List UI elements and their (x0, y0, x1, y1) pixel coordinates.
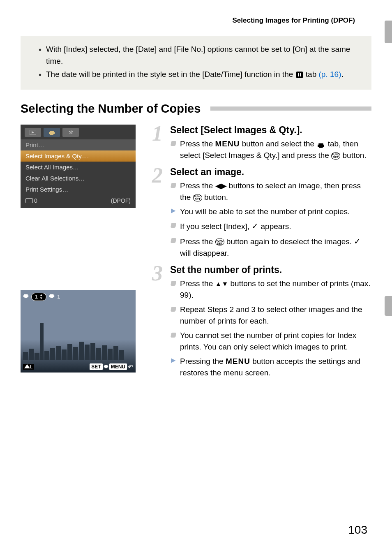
bullet-item: You will be able to set the number of pr… (170, 206, 371, 218)
note-item: With [Index] selected, the [Date] and [F… (39, 44, 363, 67)
func-set-button-icon: FUNCSET (331, 152, 340, 160)
svg-marker-5 (24, 364, 30, 368)
copy-count-badge: 1 ▲▼ (31, 293, 46, 301)
print-tab-icon (44, 128, 60, 137)
page-ref-link[interactable]: (p. 16) (319, 70, 341, 79)
note-list: With [Index] selected, the [Date] and [F… (39, 44, 363, 82)
bullet-item: Pressing the MENU button accepts the set… (170, 356, 371, 379)
city-skyline (21, 336, 136, 360)
func-set-button-icon: FUNCSET (215, 238, 224, 245)
menu-items: Print… Select Images & Qty.… Select All … (21, 139, 136, 195)
print-small-icon (104, 363, 108, 370)
camera-menu-screenshot: ⚒ Print… Select Images & Qty.… Select Al… (21, 125, 136, 208)
page-content: Selecting Images for Printing (DPOF) Wit… (0, 0, 392, 392)
up-down-icon: ▲▼ (39, 294, 43, 300)
bullet-item: Press the MENU button and select the tab… (170, 138, 371, 162)
left-column: ⚒ Print… Select Images & Qty.… Select Al… (21, 125, 140, 373)
badge-count: 1 (35, 294, 38, 300)
page-edge-tab-side (385, 296, 392, 316)
bullet-text: You will be able to set the number of pr… (180, 207, 350, 216)
size-indicator-icon: L (23, 364, 34, 370)
bullet-text: Press the (180, 279, 215, 288)
preview-bottom-overlay: L SET MENU ↶ (21, 363, 136, 371)
footer-right-label: (DPOF) (111, 197, 131, 204)
step-number: 3 (152, 264, 167, 282)
sd-card-icon: 0 (25, 197, 37, 204)
camera-preview-screenshot: 1 ▲▼ 1 (21, 290, 136, 373)
playback-tab-icon (25, 128, 41, 137)
svg-marker-4 (32, 131, 34, 134)
note-box: With [Index] selected, the [Date] and [F… (21, 36, 371, 90)
step-title: Select [Select Images & Qty.]. (170, 125, 371, 136)
bullet-item: Press the FUNCSET button again to desele… (170, 235, 371, 259)
bullet-text: If you select [Index], (180, 222, 251, 231)
bullet-text: button. (202, 193, 228, 201)
bullet-text: button again to deselect the images. (224, 237, 354, 246)
checkmark-icon: ✓ (251, 222, 258, 231)
bullet-text: You cannot set the number of print copie… (180, 331, 356, 352)
setup-tab-icon: ⚒ (62, 128, 79, 137)
section-heading-text: Selecting the Number of Copies (21, 102, 201, 116)
menu-item: Select All Images… (21, 162, 136, 173)
bullet-text: button and select the (240, 139, 317, 148)
step-1: 1 Select [Select Images & Qty.]. Press t… (152, 125, 371, 164)
step-bullets: Press the ▲▼ buttons to set the number o… (170, 278, 371, 379)
bullet-item: Press the ▲▼ buttons to set the number o… (170, 278, 371, 301)
menu-item: Print… (21, 139, 136, 150)
print-order-icon (23, 293, 29, 300)
print-tab-icon (317, 141, 325, 147)
step-3: 3 Set the number of prints. Press the ▲▼… (152, 264, 371, 382)
bullet-text: Repeat Steps 2 and 3 to select other ima… (180, 305, 362, 326)
top-right-count: 1 (57, 294, 60, 300)
menu-item: Clear All Selections… (21, 173, 136, 184)
bullet-item: Repeat Steps 2 and 3 to select other ima… (170, 304, 371, 327)
menu-item-selected: Select Images & Qty.… (21, 150, 136, 162)
bullet-text: Press the (180, 181, 215, 190)
left-right-arrows-icon: ◀▶ (215, 182, 227, 190)
step-bullets: Press the MENU button and select the tab… (170, 138, 371, 162)
print-mark-icon (49, 293, 55, 300)
tools-tab-icon (296, 72, 303, 78)
bullet-text: will disappear. (180, 249, 229, 257)
menu-tabs: ⚒ (21, 128, 136, 139)
bullet-text: Pressing the (180, 357, 226, 366)
step-title: Select an image. (170, 167, 371, 178)
step-2: 2 Select an image. Press the ◀▶ buttons … (152, 167, 371, 262)
page-number: 103 (348, 523, 367, 537)
checkmark-icon: ✓ (354, 237, 361, 246)
up-down-arrows-icon: ▲▼ (215, 280, 228, 287)
bottom-right-buttons: SET MENU ↶ (90, 363, 133, 371)
menu-button-word: MENU (215, 139, 240, 148)
bullet-text: appears. (258, 222, 291, 231)
bullet-item: If you select [Index], ✓ appears. (170, 220, 371, 233)
page-edge-tab-top (385, 21, 392, 43)
preview-top-overlay: 1 ▲▼ 1 (23, 293, 60, 301)
menu-item: Print Settings… (21, 184, 136, 195)
bullet-text: Press the (180, 237, 215, 246)
running-header: Selecting Images for Printing (DPOF) (21, 16, 371, 25)
note-text: The date will be printed in the style se… (46, 70, 295, 79)
menu-footer: 0 (DPOF) (21, 195, 136, 204)
set-button-label: SET (90, 363, 102, 370)
note-text: tab (306, 70, 319, 79)
bullet-item: You cannot set the number of print copie… (170, 330, 371, 353)
step-title: Set the number of prints. (170, 264, 371, 275)
two-column-layout: ⚒ Print… Select Images & Qty.… Select Al… (21, 125, 371, 384)
bullet-text: Press the (180, 139, 215, 148)
footer-count: 0 (34, 197, 37, 204)
step-bullets: Press the ◀▶ buttons to select an image,… (170, 180, 371, 259)
menu-button-label: MENU (109, 363, 127, 370)
menu-button-word: MENU (226, 357, 250, 366)
section-heading: Selecting the Number of Copies (21, 102, 371, 116)
note-item: The date will be printed in the style se… (39, 69, 363, 81)
return-icon: ↶ (128, 363, 133, 371)
note-text: . (341, 70, 343, 79)
right-column: 1 Select [Select Images & Qty.]. Press t… (152, 125, 371, 384)
step-number: 2 (152, 167, 167, 185)
bullet-item: Press the ◀▶ buttons to select an image,… (170, 180, 371, 204)
heading-rule (206, 106, 371, 111)
note-text: With [Index] selected, the [Date] and [F… (46, 45, 350, 65)
bullet-text: button. (340, 151, 366, 160)
step-number: 1 (152, 125, 167, 143)
func-set-button-icon: FUNCSET (193, 194, 202, 201)
